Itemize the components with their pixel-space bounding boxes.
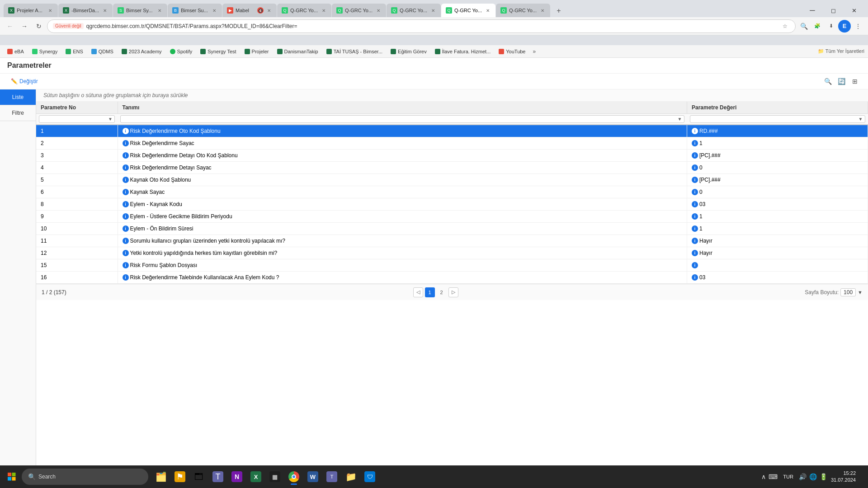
pagination-page-2[interactable]: 2 xyxy=(437,287,447,297)
refresh-toolbar-button[interactable]: 🔄 xyxy=(835,75,847,87)
tab-close-8[interactable]: ✕ xyxy=(430,7,436,14)
bookmark-tai[interactable]: TAİ TUSAŞ - Bimser... xyxy=(323,48,386,55)
info-icon[interactable]: i xyxy=(123,225,129,232)
info-icon-deger[interactable]: i xyxy=(692,140,698,146)
tab-close-2[interactable]: ✕ xyxy=(102,7,108,14)
info-icon[interactable]: i xyxy=(123,140,129,146)
tab-close-7[interactable]: ✕ xyxy=(375,7,382,14)
info-icon-deger[interactable]: i xyxy=(692,250,698,256)
info-icon[interactable]: i xyxy=(123,274,129,281)
minimize-button[interactable]: ─ xyxy=(802,4,823,17)
taskbar-app-defender[interactable]: 🛡 xyxy=(361,468,379,486)
browser-tab-5[interactable]: ▶ Mabel 🔇 ✕ xyxy=(222,4,277,17)
edit-button[interactable]: ✏️ Değiştir xyxy=(7,76,42,86)
bookmark-eba[interactable]: eBA xyxy=(4,48,28,55)
browser-tab-2[interactable]: X -BimserDa... ✕ xyxy=(58,4,113,17)
battery-icon[interactable]: 🔋 xyxy=(820,473,827,480)
table-row[interactable]: 16iRisk Değerlendirme Talebinde Kullanıl… xyxy=(36,272,868,284)
tab-close-3[interactable]: ✕ xyxy=(156,7,163,14)
table-row[interactable]: 3iRisk Değerlendirme Detayı Oto Kod Şabl… xyxy=(36,150,868,162)
info-icon-deger[interactable]: i xyxy=(692,225,698,232)
info-icon[interactable]: i xyxy=(123,262,129,268)
info-icon-deger[interactable]: i xyxy=(692,238,698,244)
table-row[interactable]: 6iKaynak Sayaci0 xyxy=(36,186,868,198)
table-row[interactable]: 9iEylem - Üstlere Gecikme Bildirim Periy… xyxy=(36,211,868,223)
taskbar-app-unknown1[interactable]: ⚑ xyxy=(171,468,189,486)
close-window-button[interactable]: ✕ xyxy=(844,4,864,17)
info-icon[interactable]: i xyxy=(123,238,129,244)
page-size-arrow[interactable]: ▼ xyxy=(858,290,863,295)
bookmark-egitim[interactable]: Eğitim Görev xyxy=(387,48,430,55)
info-icon-deger[interactable]: i xyxy=(692,189,698,195)
bookmark-synergy-test[interactable]: Synergy Test xyxy=(197,48,240,55)
taskbar-app-explorer[interactable]: 🗂️ xyxy=(152,468,170,486)
restore-button[interactable]: ◻ xyxy=(823,4,844,17)
tab-close-5[interactable]: ✕ xyxy=(266,7,272,14)
tab-filtre[interactable]: Filtre xyxy=(0,105,36,121)
network-icon[interactable]: 🌐 xyxy=(809,473,817,480)
bookmarks-more-button[interactable]: » xyxy=(530,47,539,56)
bookmark-spotify[interactable]: Spotify xyxy=(166,48,196,55)
taskbar-app-files[interactable]: 📁 xyxy=(342,468,360,486)
table-row[interactable]: 11iSorumlu kullanıcı grupları üzerinden … xyxy=(36,235,868,247)
info-icon-deger[interactable]: i xyxy=(692,274,698,281)
info-icon[interactable]: i xyxy=(123,152,129,159)
tab-close-9[interactable]: ✕ xyxy=(485,7,491,14)
taskbar-app-chrome[interactable] xyxy=(285,468,303,486)
bookmark-synergy[interactable]: Synergy xyxy=(28,48,61,55)
browser-tab-9[interactable]: Q Q-GRC Yo... ✕ xyxy=(441,4,495,17)
info-icon[interactable]: i xyxy=(123,213,129,220)
bookmark-projeler[interactable]: Projeler xyxy=(241,48,273,55)
table-row[interactable]: 12iYetki kontrolü yapıldığında herkes tü… xyxy=(36,247,868,259)
table-row[interactable]: 5iKaynak Oto Kod Şablonui[PC].### xyxy=(36,174,868,186)
info-icon-deger[interactable]: i xyxy=(692,164,698,171)
info-icon[interactable]: i xyxy=(123,177,129,183)
browser-tab-8[interactable]: Q Q-GRC Yo... ✕ xyxy=(387,4,441,17)
browser-tab-1[interactable]: X Projeler A... ✕ xyxy=(4,4,58,17)
filter-input-deger[interactable]: ▼ xyxy=(690,115,865,123)
download-icon[interactable]: ⬇ xyxy=(825,20,837,33)
bookmark-academy[interactable]: 2023 Academy xyxy=(118,48,165,55)
forward-button[interactable]: → xyxy=(18,20,31,33)
tab-close-6[interactable]: ✕ xyxy=(321,7,327,14)
taskbar-app-unknown3[interactable]: ▦ xyxy=(266,468,284,486)
pagination-current-page[interactable]: 1 xyxy=(425,287,435,297)
info-icon-deger-empty[interactable]: i xyxy=(692,262,698,268)
browser-tab-7[interactable]: Q Q-GRC Yo... ✕ xyxy=(332,4,386,17)
table-row[interactable]: 8iEylem - Kaynak Kodui03 xyxy=(36,198,868,211)
table-row[interactable]: 15iRisk Formu Şablon Dosyasıi xyxy=(36,259,868,272)
browser-profile[interactable]: E xyxy=(838,20,851,33)
address-bar[interactable]: Güvenli değil qgrcdemo.bimser.com.tr/QDM… xyxy=(47,19,796,33)
search-toolbar-button[interactable]: 🔍 xyxy=(822,75,834,87)
taskbar-app-teams[interactable]: T xyxy=(209,468,227,486)
info-icon[interactable]: i xyxy=(123,128,129,134)
table-row[interactable]: 2iRisk Değerlendirme Sayaci1 xyxy=(36,137,868,150)
reload-button[interactable]: ↻ xyxy=(33,20,45,33)
info-icon-deger[interactable]: i xyxy=(692,201,698,207)
taskbar-app-onenote[interactable]: N xyxy=(228,468,246,486)
menu-icon[interactable]: ⋮ xyxy=(852,20,864,33)
bookmark-danisman[interactable]: DanismanTakip xyxy=(274,48,322,55)
info-icon-deger[interactable]: i xyxy=(692,152,698,159)
taskbar-app-excel[interactable]: X xyxy=(247,468,265,486)
bookmark-ens[interactable]: ENS xyxy=(62,48,87,55)
pagination-prev-button[interactable]: ◁ xyxy=(413,287,423,297)
tab-close-1[interactable]: ✕ xyxy=(47,7,53,14)
info-icon-deger[interactable]: i xyxy=(692,128,698,134)
taskbar-app-word[interactable]: W xyxy=(304,468,322,486)
table-row[interactable]: 1iRisk Değerlendirme Oto Kod ŞablonuiRD.… xyxy=(36,125,868,137)
all-bookmarks-button[interactable]: 📁 Tüm Yer İşaretleri xyxy=(818,48,864,54)
volume-icon[interactable]: 🔊 xyxy=(799,473,807,480)
taskbar-app-unknown2[interactable]: 🗔 xyxy=(190,468,208,486)
filter-arrow-deger[interactable]: ▼ xyxy=(859,117,863,122)
browser-tab-10[interactable]: Q Q-GRC Yo... ✕ xyxy=(496,4,550,17)
search-icon[interactable]: 🔍 xyxy=(797,20,810,33)
filter-arrow-tanim[interactable]: ▼ xyxy=(678,117,682,122)
filter-arrow-no[interactable]: ▼ xyxy=(108,117,113,122)
info-icon-deger[interactable]: i xyxy=(692,177,698,183)
tab-liste[interactable]: Liste xyxy=(0,89,36,105)
language-indicator[interactable]: TUR xyxy=(781,473,795,480)
new-tab-button[interactable]: + xyxy=(552,5,565,17)
chevron-up-icon[interactable]: ∧ xyxy=(761,473,766,480)
extensions-icon[interactable]: 🧩 xyxy=(811,20,824,33)
